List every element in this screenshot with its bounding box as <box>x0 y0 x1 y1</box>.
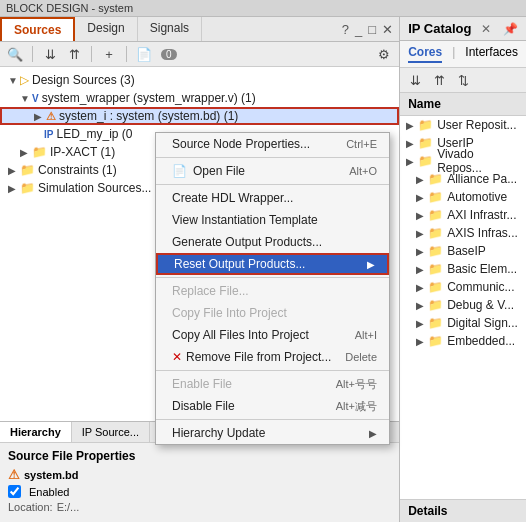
help-icon[interactable]: ? <box>342 22 349 37</box>
ctx-open-file[interactable]: 📄Open File Alt+O <box>156 160 389 182</box>
minimize-icon[interactable]: _ <box>355 22 362 37</box>
expand-all-icon[interactable]: ⇈ <box>65 45 83 63</box>
copy-into-label: Copy File Into Project <box>172 306 287 320</box>
ip-2-folder-icon: 📁 <box>418 154 433 168</box>
ip-1-expand: ▶ <box>406 138 416 149</box>
ip-tab-sep: | <box>452 45 455 63</box>
ip-5-folder-icon: 📁 <box>428 208 443 222</box>
design-sources-item[interactable]: ▼ ▷ Design Sources (3) <box>0 71 399 89</box>
ip-item-0[interactable]: ▶ 📁 User Reposit... <box>400 116 526 134</box>
context-menu: Source Node Properties... Ctrl+E 📄Open F… <box>155 132 390 445</box>
add-icon[interactable]: + <box>100 45 118 63</box>
ip-expand-icon[interactable]: ⇈ <box>430 71 448 89</box>
collapse-all-icon[interactable]: ⇊ <box>41 45 59 63</box>
gear-icon[interactable]: ⚙ <box>375 45 393 63</box>
ip-pin-icon[interactable]: 📌 <box>503 22 518 36</box>
ip-collapse-icon[interactable]: ⇊ <box>406 71 424 89</box>
badge-count: 0 <box>161 49 177 60</box>
ip-item-6[interactable]: ▶ 📁 AXIS Infras... <box>400 224 526 242</box>
props-filename: system.bd <box>24 469 78 481</box>
ip-6-expand: ▶ <box>416 228 426 239</box>
ip-item-7[interactable]: ▶ 📁 BaseIP <box>400 242 526 260</box>
ctx-sep5 <box>156 419 389 420</box>
ip-item-8[interactable]: ▶ 📁 Basic Elem... <box>400 260 526 278</box>
ip-10-expand: ▶ <box>416 300 426 311</box>
ip-tree[interactable]: ▶ 📁 User Reposit... ▶ 📁 UserIP ▶ 📁 Vivad… <box>400 116 526 499</box>
ip-item-2[interactable]: ▶ 📁 Vivado Repos... <box>400 152 526 170</box>
ip-catalog-close-icon[interactable]: ✕ <box>481 22 491 36</box>
ctx-hierarchy-update[interactable]: Hierarchy Update ▶ <box>156 422 389 444</box>
system-bd-label: system_i : system (system.bd) (1) <box>59 109 238 123</box>
enable-shortcut: Alt+号号 <box>336 377 377 392</box>
expand-bd-icon: ▶ <box>34 111 44 122</box>
ctx-disable-file[interactable]: Disable File Alt+减号 <box>156 395 389 417</box>
constraints-label: Constraints (1) <box>38 163 117 177</box>
tab-sources[interactable]: Sources <box>0 17 75 41</box>
ctx-view-instantiation[interactable]: View Instantiation Template <box>156 209 389 231</box>
tab-icons: ? _ □ ✕ <box>336 17 399 41</box>
tab-design[interactable]: Design <box>75 17 137 41</box>
ip-xact-expand-icon: ▶ <box>20 147 30 158</box>
remove-label: Remove File from Project... <box>186 350 331 364</box>
tab-ip-sources[interactable]: IP Source... <box>72 422 150 442</box>
maximize-icon[interactable]: □ <box>368 22 376 37</box>
ip-6-folder-icon: 📁 <box>428 226 443 240</box>
tab-signals[interactable]: Signals <box>138 17 202 41</box>
verilog-icon: V <box>32 93 39 104</box>
ip-11-folder-icon: 📁 <box>428 316 443 330</box>
props-file-icon: ⚠ <box>8 467 20 482</box>
ctx-enable-file: Enable File Alt+号号 <box>156 373 389 395</box>
sep2 <box>91 46 92 62</box>
close-icon[interactable]: ✕ <box>382 22 393 37</box>
ctx-create-hdl[interactable]: Create HDL Wrapper... <box>156 187 389 209</box>
hierarchy-arrow-icon: ▶ <box>369 428 377 439</box>
remove-shortcut: Delete <box>345 351 377 363</box>
ip-9-folder-icon: 📁 <box>428 280 443 294</box>
location-label: Location: <box>8 501 53 513</box>
led-verilog-icon: IP <box>44 129 53 140</box>
ip-0-expand: ▶ <box>406 120 416 131</box>
ip-item-12[interactable]: ▶ 📁 Embedded... <box>400 332 526 350</box>
ctx-copy-all[interactable]: Copy All Files Into Project Alt+I <box>156 324 389 346</box>
enabled-checkbox[interactable] <box>8 485 21 498</box>
ctx-generate-output[interactable]: Generate Output Products... <box>156 231 389 253</box>
ip-xact-folder-icon: 📁 <box>32 145 47 159</box>
ip-12-expand: ▶ <box>416 336 426 347</box>
source-props-label: Source Node Properties... <box>172 137 310 151</box>
remove-x-icon: ✕ <box>172 350 182 364</box>
tab-hierarchy[interactable]: Hierarchy <box>0 422 72 442</box>
system-wrapper-item[interactable]: ▼ V system_wrapper (system_wrapper.v) (1… <box>0 89 399 107</box>
search-icon[interactable]: 🔍 <box>6 45 24 63</box>
location-value: E:/... <box>57 501 80 513</box>
ip-tab-interfaces[interactable]: Interfaces <box>465 45 518 63</box>
ip-item-5[interactable]: ▶ 📁 AXI Infrastr... <box>400 206 526 224</box>
create-hdl-label: Create HDL Wrapper... <box>172 191 293 205</box>
ip-5-expand: ▶ <box>416 210 426 221</box>
enable-label: Enable File <box>172 377 232 391</box>
ip-12-folder-icon: 📁 <box>428 334 443 348</box>
ip-6-label: AXIS Infras... <box>447 226 518 240</box>
sep3 <box>126 46 127 62</box>
ctx-remove-from-project[interactable]: ✕Remove File from Project... Delete <box>156 346 389 368</box>
expand-wrapper-icon: ▼ <box>20 93 30 104</box>
ip-item-11[interactable]: ▶ 📁 Digital Sign... <box>400 314 526 332</box>
ip-tab-cores[interactable]: Cores <box>408 45 442 63</box>
main-container: Sources Design Signals ? _ □ ✕ 🔍 ⇊ ⇈ + 📄… <box>0 17 526 522</box>
ip-7-label: BaseIP <box>447 244 486 258</box>
ip-item-10[interactable]: ▶ 📁 Debug & V... <box>400 296 526 314</box>
ctx-source-props[interactable]: Source Node Properties... Ctrl+E <box>156 133 389 155</box>
system-bd-item[interactable]: ▶ ⚠ system_i : system (system.bd) (1) <box>0 107 399 125</box>
view-inst-label: View Instantiation Template <box>172 213 318 227</box>
ip-col-name: Name <box>400 93 526 116</box>
file-icon[interactable]: 📄 <box>135 45 153 63</box>
ip-item-3[interactable]: ▶ 📁 Alliance Pa... <box>400 170 526 188</box>
ip-4-folder-icon: 📁 <box>428 190 443 204</box>
sim-folder-icon: 📁 <box>20 181 35 195</box>
ip-item-9[interactable]: ▶ 📁 Communic... <box>400 278 526 296</box>
ip-8-label: Basic Elem... <box>447 262 517 276</box>
ip-filter-icon[interactable]: ⇅ <box>454 71 472 89</box>
ctx-reset-output[interactable]: Reset Output Products... ▶ <box>156 253 389 275</box>
ip-item-4[interactable]: ▶ 📁 Automotive <box>400 188 526 206</box>
ip-catalog-title: IP Catalog <box>408 21 471 36</box>
sim-expand-icon: ▶ <box>8 183 18 194</box>
